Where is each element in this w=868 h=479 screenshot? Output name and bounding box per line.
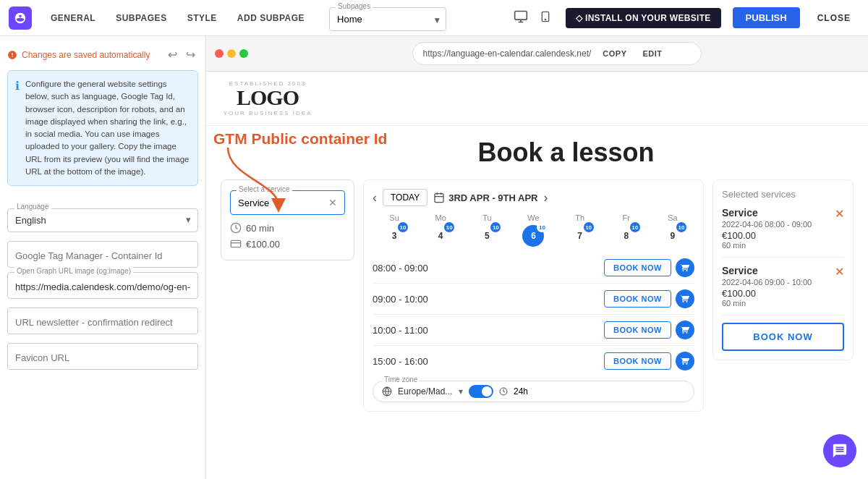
info-box: ℹ Configure the general website settings… [7,70,198,186]
cal-day-th[interactable]: Th 10 7 [558,213,602,247]
cart-icon-2[interactable] [676,289,694,308]
svg-point-2 [545,19,545,20]
traffic-lights [215,49,248,58]
book-now-main-btn[interactable]: BOOK NOW [722,323,844,351]
traffic-light-green [239,49,248,58]
time-slot-3-time: 10:00 - 11:00 [373,325,428,336]
globe-icon [382,386,392,397]
booking-columns: Select a service Service ✕ 60 min €100.0… [221,179,854,412]
subpages-select-wrapper: Subpages Home ▾ [329,7,446,31]
publish-button[interactable]: PUBLISH [733,7,800,28]
service-select-box[interactable]: Select a service Service ✕ [230,190,345,215]
24h-toggle[interactable] [469,385,493,398]
copy-url-button[interactable]: COPY [598,46,631,61]
save-status-text: Changes are saved automatically [22,50,150,60]
language-field-group: Language English ▾ [7,195,198,232]
logo-area: ESTABLISHED 2003 LOGO YOUR BUSINESS IDEA [221,80,854,116]
cal-day-tu[interactable]: Tu 10 5 [465,213,509,247]
time-slot-2: 09:00 - 10:00 BOOK NOW [373,284,694,315]
day-num-tu: 5 [485,231,490,241]
cart-icon-4[interactable] [676,352,694,370]
left-settings-panel: Changes are saved automatically ↩ ↪ ℹ Co… [0,36,206,479]
language-select[interactable]: English [7,208,198,232]
remove-item-2-btn[interactable]: ✕ [835,265,844,279]
service-select-label: Select a service [237,185,292,193]
url-bar-wrapper: https://language-en-calendar.calendesk.n… [254,42,859,65]
cal-prev-btn[interactable]: ‹ [373,190,377,205]
favicon-input[interactable] [7,343,198,370]
timezone-select[interactable]: Europe/Mad... [398,386,453,397]
add-subpage-nav-btn[interactable]: ADD SUBPAGE [230,9,312,27]
booking-title: Book a lesson [278,137,854,168]
day-num-sa: 9 [671,231,676,241]
time-slot-4-time: 15:00 - 16:00 [373,356,428,367]
cart-icon-1[interactable] [676,258,694,277]
url-text: https://language-en-calendar.calendesk.n… [423,48,592,59]
newsletter-input[interactable] [7,308,198,334]
style-nav-btn[interactable]: STYLE [180,9,224,27]
info-icon: ℹ [15,79,20,178]
gtm-field-group [7,241,198,268]
install-button[interactable]: ◇ INSTALL ON YOUR WEBSITE [566,8,721,28]
svg-rect-4 [231,240,240,247]
selected-item-1-date: 2022-04-06 08:00 - 09:00 [722,220,844,229]
subpages-select[interactable]: Home [330,8,446,30]
service-select-value: Service [238,198,269,208]
badge-th: 10 [584,222,594,232]
gtm-input[interactable] [7,241,198,268]
cal-day-we[interactable]: We 10 6 [511,213,555,247]
logo-subtitle: YOUR BUSINESS IDEA [221,110,315,116]
mobile-icon-btn[interactable] [537,7,554,29]
subpages-nav-btn[interactable]: SUBPAGES [109,9,174,27]
desktop-icon-btn[interactable] [511,7,531,29]
selected-services-panel: Selected services Service 2022-04-06 08:… [712,179,854,360]
selected-services-title: Selected services [722,189,844,200]
svg-rect-0 [515,12,527,20]
service-close-icon[interactable]: ✕ [328,197,337,208]
remove-item-1-btn[interactable]: ✕ [835,207,844,221]
cal-next-btn[interactable]: › [544,190,548,205]
edit-url-button[interactable]: EDIT [639,46,667,61]
day-num-su: 3 [392,231,397,241]
favicon-field-group [7,343,198,370]
badge-sa: 10 [676,222,686,232]
redo-button[interactable]: ↪ [183,46,198,63]
close-button[interactable]: CLOSE [809,8,859,28]
og-image-field-group: Open Graph URL image (og:image) [7,272,198,299]
cart-icon-3[interactable] [676,321,694,339]
book-now-btn-4[interactable]: BOOK NOW [604,352,671,370]
newsletter-field-group [7,308,198,334]
calendar-navigation: ‹ TODAY 3RD APR - 9TH APR › [373,189,694,206]
info-text: Configure the general website settings b… [25,78,190,178]
time-slot-1: 08:00 - 09:00 BOOK NOW [373,253,694,284]
today-button[interactable]: TODAY [383,189,427,206]
og-image-label: Open Graph URL image (og:image) [14,267,133,275]
time-slots-list: 08:00 - 09:00 BOOK NOW 09 [373,253,694,376]
selected-item-1-dur: 60 min [722,241,844,250]
book-now-btn-2[interactable]: BOOK NOW [604,290,671,308]
price-info: €100.00 [230,238,345,250]
chat-widget-button[interactable] [823,434,856,467]
og-image-input[interactable] [7,272,198,299]
general-nav-btn[interactable]: GENERAL [43,9,103,27]
website-header: ESTABLISHED 2003 LOGO YOUR BUSINESS IDEA [206,72,868,126]
service-panel: Select a service Service ✕ 60 min €100.0… [221,179,354,260]
time-format-text: 24h [514,386,528,397]
language-label: Language [14,203,51,211]
save-status-bar: Changes are saved automatically ↩ ↪ [7,43,198,70]
selected-item-1-name: Service [722,207,844,219]
book-now-btn-3[interactable]: BOOK NOW [604,321,671,339]
cal-day-sa[interactable]: Sa 10 9 [651,213,694,247]
book-now-btn-1[interactable]: BOOK NOW [604,259,671,276]
cal-day-fr[interactable]: Fr 10 8 [605,213,648,247]
day-num-we: 6 [531,231,536,241]
day-num-th: 7 [577,231,582,241]
calendar-day-headers: Su 10 3 Mo 10 [373,213,694,247]
traffic-light-yellow [227,49,236,58]
undo-button[interactable]: ↩ [165,46,180,63]
time-slot-4: 15:00 - 16:00 BOOK NOW [373,346,694,376]
cal-day-mo[interactable]: Mo 10 4 [419,213,462,247]
cal-day-su[interactable]: Su 10 3 [373,213,416,247]
selected-item-2-price: €100.00 [722,288,844,299]
selected-item-1-price: €100.00 [722,230,844,241]
